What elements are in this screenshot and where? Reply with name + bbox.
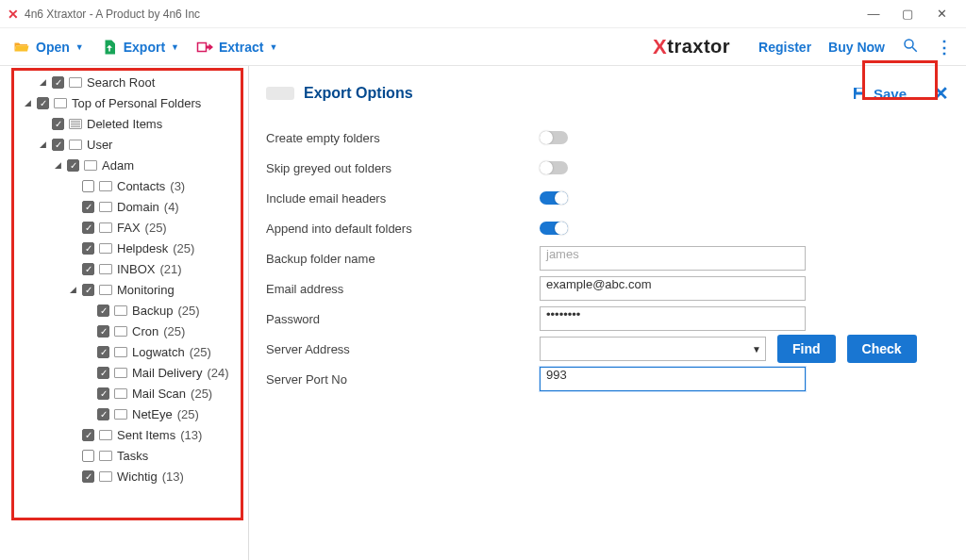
password-label: Password: [266, 312, 540, 326]
expand-icon[interactable]: ◢: [38, 77, 47, 87]
expand-icon[interactable]: ◢: [23, 98, 32, 107]
tree-node[interactable]: ✓Cron (25): [4, 321, 248, 341]
tree-checkbox[interactable]: ✓: [82, 470, 94, 483]
more-menu-icon[interactable]: ⋮: [936, 37, 953, 58]
minimize-button[interactable]: —: [857, 7, 891, 21]
tree-checkbox[interactable]: ✓: [97, 325, 109, 338]
opt-headers-toggle[interactable]: [540, 191, 568, 205]
expand-icon[interactable]: ◢: [68, 285, 77, 294]
tree-node[interactable]: ◢✓User: [4, 134, 248, 155]
f-icon: [99, 285, 112, 295]
tree-checkbox[interactable]: ✓: [97, 367, 109, 379]
tree-node[interactable]: Contacts (3): [4, 175, 248, 196]
opt-append-label: Append into default folders: [266, 222, 540, 236]
backup-label: Backup folder name: [266, 252, 540, 266]
tree-count: (4): [164, 200, 179, 214]
tree-checkbox[interactable]: ✓: [52, 76, 64, 89]
server-combo[interactable]: ▼: [540, 337, 766, 361]
extract-menu-button[interactable]: Extract ▼: [196, 39, 277, 56]
backup-input[interactable]: james: [540, 246, 806, 271]
tree-label: Mail Delivery: [132, 366, 202, 380]
save-label: Save: [874, 86, 907, 102]
tree-label: Deleted Items: [87, 117, 162, 131]
opt-skip-grey-toggle[interactable]: [540, 161, 568, 174]
tree-count: (25): [177, 304, 199, 318]
tree-count: (25): [190, 345, 211, 359]
find-button[interactable]: Find: [777, 335, 836, 363]
trash-icon: [69, 119, 82, 129]
export-icon: [101, 39, 118, 56]
tree-label: Monitoring: [117, 283, 175, 297]
tree-checkbox[interactable]: [82, 180, 94, 192]
opt-append-toggle[interactable]: [540, 222, 568, 235]
tree-node[interactable]: ✓Deleted Items: [4, 113, 248, 134]
buy-now-link[interactable]: Buy Now: [828, 40, 885, 55]
tree-checkbox[interactable]: ✓: [82, 284, 94, 296]
tree-node[interactable]: ✓Mail Delivery (24): [4, 362, 248, 383]
tree-checkbox[interactable]: ✓: [82, 429, 94, 441]
check-button[interactable]: Check: [847, 335, 917, 363]
email-label: Email address: [266, 282, 540, 296]
tree-node[interactable]: ✓Backup (25): [4, 300, 248, 321]
svg-point-1: [905, 40, 913, 48]
tree-label: Cron: [132, 324, 158, 338]
f-icon: [69, 140, 82, 150]
tree-checkbox[interactable]: ✓: [82, 242, 94, 255]
tree-node[interactable]: Tasks: [4, 445, 248, 466]
tree-node[interactable]: ◢✓Adam: [4, 155, 248, 175]
close-window-button[interactable]: ✕: [924, 7, 958, 21]
tree-checkbox[interactable]: ✓: [52, 139, 64, 151]
tree-checkbox[interactable]: ✓: [97, 346, 109, 358]
password-input[interactable]: ••••••••: [540, 306, 806, 331]
f-icon: [69, 77, 82, 88]
svg-rect-0: [197, 42, 206, 51]
tree-checkbox[interactable]: ✓: [52, 118, 64, 130]
f-icon: [99, 471, 112, 482]
save-button[interactable]: Save: [843, 81, 914, 106]
register-link[interactable]: Register: [758, 40, 811, 55]
tree-node[interactable]: ✓FAX (25): [4, 217, 248, 238]
tree-label: FAX: [117, 221, 141, 235]
tree-checkbox[interactable]: ✓: [37, 97, 49, 109]
tree-count: (3): [170, 179, 185, 193]
port-input[interactable]: 993: [540, 367, 806, 391]
export-menu-button[interactable]: Export ▼: [101, 39, 179, 56]
tree-label: Helpdesk: [117, 241, 168, 255]
tree-node[interactable]: ✓INBOX (21): [4, 258, 248, 279]
tree-checkbox[interactable]: ✓: [97, 408, 109, 420]
tree-checkbox[interactable]: ✓: [67, 159, 79, 172]
search-icon[interactable]: [902, 37, 919, 58]
tree-node[interactable]: ◢✓Top of Personal Folders: [4, 92, 248, 113]
tree-node[interactable]: ✓Domain (4): [4, 196, 248, 217]
tree-checkbox[interactable]: [82, 450, 94, 462]
tree-node[interactable]: ✓NetEye (25): [4, 404, 248, 424]
extract-label: Extract: [219, 40, 263, 55]
tree-label: User: [87, 138, 112, 152]
tree-node[interactable]: ✓Helpdesk (25): [4, 238, 248, 258]
email-input[interactable]: example@abc.com: [540, 276, 806, 301]
opt-headers-label: Include email headers: [266, 191, 540, 206]
tree-count: (25): [173, 241, 194, 255]
open-menu-button[interactable]: Open ▼: [13, 39, 84, 56]
tree-node[interactable]: ✓Wichtig (13): [4, 466, 248, 486]
tree-node[interactable]: ✓Mail Scan (25): [4, 383, 248, 404]
tree-node[interactable]: ✓Sent Items (13): [4, 424, 248, 445]
f-icon: [114, 347, 127, 357]
folder-open-icon: [13, 39, 30, 56]
tree-checkbox[interactable]: ✓: [82, 222, 94, 234]
expand-icon[interactable]: ◢: [53, 160, 62, 170]
tree-node[interactable]: ✓Logwatch (25): [4, 341, 248, 362]
tree-label: Adam: [102, 158, 134, 173]
expand-icon[interactable]: ◢: [38, 140, 47, 149]
tree-checkbox[interactable]: ✓: [97, 305, 109, 317]
maximize-button[interactable]: ▢: [891, 7, 924, 21]
open-label: Open: [36, 40, 70, 55]
tree-node[interactable]: ◢✓Search Root: [4, 72, 248, 92]
extract-icon: [196, 39, 213, 56]
tree-node[interactable]: ◢✓Monitoring: [4, 279, 248, 300]
tree-checkbox[interactable]: ✓: [82, 263, 94, 275]
opt-create-empty-toggle[interactable]: [540, 131, 568, 144]
tree-checkbox[interactable]: ✓: [82, 201, 94, 213]
tree-checkbox[interactable]: ✓: [97, 387, 109, 400]
panel-close-button[interactable]: ✕: [933, 82, 949, 105]
